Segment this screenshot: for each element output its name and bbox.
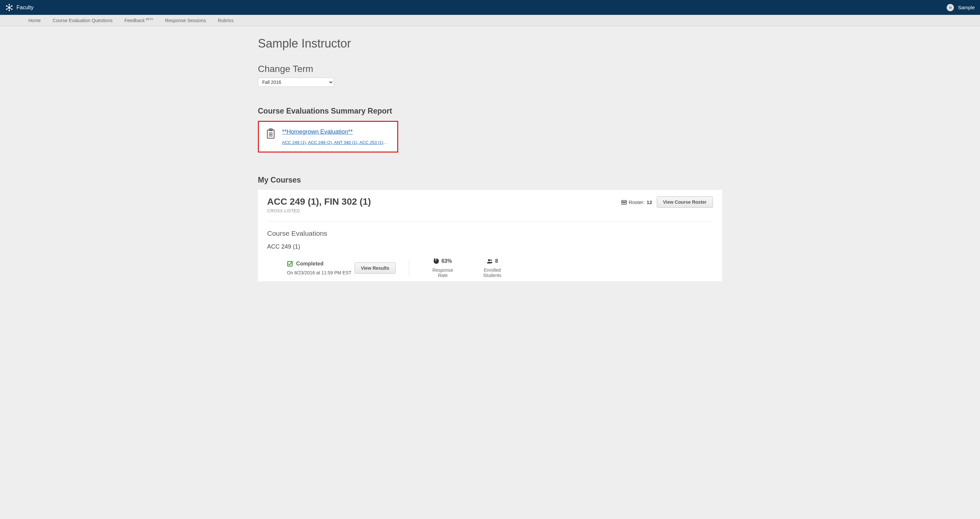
enrolled-stat: 8 Enrolled Students [476, 258, 508, 278]
stat-value: 63% [441, 258, 452, 264]
status-block: Completed On 8/23/2016 at 11:59 PM EST V… [267, 258, 409, 278]
response-rate-stat: 63% Response Rate [429, 258, 457, 278]
header-left: Faculty [5, 4, 34, 11]
enrolled-value: 8 [476, 258, 508, 264]
roster-icon [621, 199, 627, 205]
nav-label: Feedback [124, 18, 145, 23]
course-evaluations-title: Course Evaluations [267, 229, 713, 237]
roster-row: Roster: 12 View Course Roster [621, 196, 713, 208]
completed-row: Completed [287, 261, 351, 267]
eval-stats-row: Completed On 8/23/2016 at 11:59 PM EST V… [267, 258, 713, 281]
evaluation-courses-link[interactable]: ACC 249 (1), ACC 249 (2), ANT 340 (1), A… [282, 140, 388, 145]
view-results-button[interactable]: View Results [355, 263, 396, 274]
nav-label: Rubrics [218, 18, 234, 23]
course-title-block: ACC 249 (1), FIN 302 (1) CROSS LISTED [267, 196, 371, 213]
roster-count: 12 [646, 199, 652, 205]
app-title: Faculty [16, 5, 34, 11]
header-right[interactable]: SI Sample [947, 4, 975, 11]
completed-info: Completed On 8/23/2016 at 11:59 PM EST [287, 261, 351, 275]
course-title: ACC 249 (1), FIN 302 (1) [267, 196, 371, 207]
clipboard-icon [266, 129, 275, 139]
nav-label: Course Evaluation Questions [52, 18, 112, 23]
nav-feedback[interactable]: FeedbackBETA [119, 15, 159, 26]
view-roster-button[interactable]: View Course Roster [657, 196, 713, 208]
svg-point-21 [624, 202, 624, 203]
svg-point-24 [488, 259, 490, 261]
pie-chart-icon [434, 258, 439, 264]
people-icon [487, 258, 493, 264]
top-header: Faculty SI Sample [0, 0, 980, 15]
beta-badge: BETA [146, 18, 153, 21]
evaluation-link[interactable]: **Homegrown Evaluation** [282, 129, 388, 135]
nav-rubrics[interactable]: Rubrics [212, 15, 239, 26]
svg-point-22 [625, 202, 625, 203]
completed-label: Completed [296, 261, 324, 267]
completed-date: On 8/23/2016 at 11:59 PM EST [287, 270, 351, 275]
response-rate-value: 63% [429, 258, 457, 264]
response-rate-label: Response Rate [429, 267, 457, 278]
user-name: Sample [958, 5, 975, 10]
course-card-header: ACC 249 (1), FIN 302 (1) CROSS LISTED Ro… [267, 196, 713, 221]
change-term-heading: Change Term [258, 64, 722, 74]
svg-point-20 [623, 202, 624, 203]
metrics-block: 63% Response Rate 8 Enrolled Students [409, 258, 508, 278]
nav-bar: Home Course Evaluation Questions Feedbac… [0, 15, 980, 26]
eval-box-content: **Homegrown Evaluation** ACC 249 (1), AC… [282, 129, 388, 145]
svg-point-25 [490, 260, 492, 261]
logo-icon [5, 4, 13, 11]
nav-home[interactable]: Home [22, 15, 46, 26]
roster-text: Roster: [629, 199, 644, 205]
eval-course-code: ACC 249 (1) [267, 243, 713, 250]
enrolled-label: Enrolled Students [476, 267, 508, 278]
cross-listed-label: CROSS LISTED [267, 209, 371, 213]
page-title: Sample Instructor [258, 37, 722, 51]
roster-label: Roster: 12 [621, 199, 652, 205]
check-icon [287, 261, 293, 267]
summary-heading: Course Evaluations Summary Report [258, 107, 722, 116]
nav-response-sessions[interactable]: Response Sessions [159, 15, 212, 26]
nav-label: Home [29, 18, 41, 23]
term-select[interactable]: Fall 2016 [258, 78, 334, 87]
avatar: SI [947, 4, 954, 11]
course-card: ACC 249 (1), FIN 302 (1) CROSS LISTED Ro… [258, 190, 722, 281]
stat-value: 8 [495, 258, 498, 264]
nav-course-eval-questions[interactable]: Course Evaluation Questions [46, 15, 118, 26]
my-courses-heading: My Courses [258, 176, 722, 185]
evaluation-summary-box: **Homegrown Evaluation** ACC 249 (1), AC… [258, 121, 398, 153]
nav-label: Response Sessions [165, 18, 206, 23]
main-container: Sample Instructor Change Term Fall 2016 … [254, 37, 726, 281]
